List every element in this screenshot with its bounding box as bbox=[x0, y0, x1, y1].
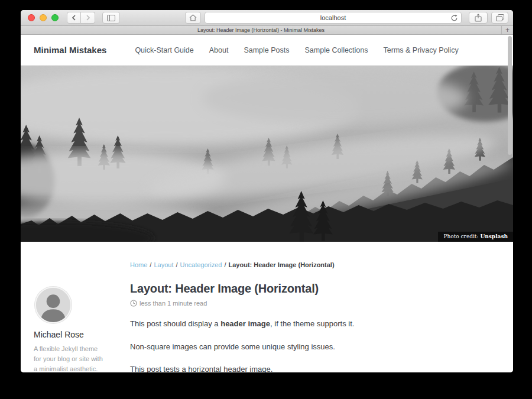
page-viewport: Minimal Mistakes Quick-Start Guide About… bbox=[21, 35, 513, 372]
history-nav bbox=[67, 12, 95, 24]
read-time-label: less than 1 minute read bbox=[140, 300, 207, 307]
photo-credit: Photo credit: Unsplash bbox=[438, 232, 513, 242]
foggy-forest-illustration bbox=[21, 66, 513, 242]
reload-button[interactable] bbox=[450, 14, 458, 23]
author-sidebar: Michael Rose A flexible Jekyll theme for… bbox=[34, 282, 121, 372]
sidebar-icon bbox=[107, 15, 115, 21]
author-name: Michael Rose bbox=[34, 330, 121, 339]
breadcrumb-uncategorized[interactable]: Uncategorized bbox=[180, 261, 222, 268]
zoom-button[interactable] bbox=[51, 14, 59, 21]
home-button[interactable] bbox=[185, 12, 201, 24]
nav-link-terms[interactable]: Terms & Privacy Policy bbox=[384, 46, 459, 54]
breadcrumb-separator: / bbox=[224, 261, 226, 268]
sidebar-toggle-button[interactable] bbox=[102, 12, 120, 24]
article: Layout: Header Image (Horizontal) less t… bbox=[130, 282, 497, 372]
breadcrumb-separator: / bbox=[176, 261, 177, 268]
reload-icon bbox=[450, 14, 458, 22]
page-scrollbar[interactable] bbox=[508, 36, 512, 155]
breadcrumb-separator: / bbox=[150, 261, 151, 268]
paragraph-3: This post tests a horizontal header imag… bbox=[130, 364, 497, 372]
photo-credit-label: Photo credit: bbox=[443, 233, 480, 239]
breadcrumb-home[interactable]: Home bbox=[130, 261, 147, 268]
author-bio: A flexible Jekyll theme for your blog or… bbox=[34, 344, 106, 372]
page-title: Layout: Header Image (Horizontal) bbox=[130, 282, 497, 296]
home-icon bbox=[189, 14, 197, 21]
tab-bar: Layout: Header Image (Horizontal) - Mini… bbox=[21, 26, 513, 35]
traffic-lights bbox=[28, 14, 59, 21]
nav-link-about[interactable]: About bbox=[209, 46, 229, 54]
breadcrumb-layout[interactable]: Layout bbox=[154, 261, 173, 268]
nav-link-quick-start[interactable]: Quick-Start Guide bbox=[135, 46, 193, 54]
photo-credit-source[interactable]: Unsplash bbox=[480, 233, 508, 239]
address-bar[interactable]: localhost bbox=[205, 12, 462, 24]
close-button[interactable] bbox=[28, 14, 35, 21]
paragraph-1-text-end: , if the theme supports it. bbox=[270, 319, 354, 328]
nav-link-sample-collections[interactable]: Sample Collections bbox=[305, 46, 368, 54]
address-bar-url: localhost bbox=[320, 14, 346, 21]
header-image: Photo credit: Unsplash bbox=[21, 66, 513, 242]
site-nav: Quick-Start Guide About Sample Posts Sam… bbox=[135, 46, 458, 54]
tabs-overview-icon bbox=[496, 14, 504, 21]
share-icon bbox=[475, 14, 482, 22]
share-button[interactable] bbox=[469, 12, 488, 24]
paragraph-1-bold: header image bbox=[220, 319, 270, 328]
browser-toolbar: localhost bbox=[21, 10, 513, 26]
browser-window: localhost Layout: Header Image (Ho bbox=[21, 10, 513, 372]
forward-button[interactable] bbox=[81, 12, 95, 24]
nav-link-sample-posts[interactable]: Sample Posts bbox=[244, 46, 289, 54]
read-time: less than 1 minute read bbox=[130, 300, 497, 307]
paragraph-1-text: This post should display a bbox=[130, 319, 220, 328]
active-tab[interactable]: Layout: Header Image (Horizontal) - Mini… bbox=[21, 27, 501, 33]
paragraph-1: This post should display a header image,… bbox=[130, 318, 497, 330]
back-button[interactable] bbox=[67, 12, 81, 24]
chevron-right-icon bbox=[86, 15, 90, 21]
show-tabs-button[interactable] bbox=[491, 12, 508, 24]
avatar bbox=[35, 287, 72, 323]
new-tab-button[interactable]: + bbox=[501, 26, 513, 34]
site-title[interactable]: Minimal Mistakes bbox=[34, 45, 106, 55]
masthead: Minimal Mistakes Quick-Start Guide About… bbox=[21, 35, 513, 66]
chevron-left-icon bbox=[72, 15, 76, 21]
breadcrumb-current: Layout: Header Image (Horizontal) bbox=[229, 261, 335, 268]
person-silhouette-icon bbox=[36, 288, 70, 322]
paragraph-2: Non-square images can provide some uniqu… bbox=[130, 341, 497, 353]
page-content: Home/Layout/Uncategorized/Layout: Header… bbox=[21, 242, 513, 372]
clock-icon bbox=[130, 300, 137, 307]
minimize-button[interactable] bbox=[40, 14, 47, 21]
breadcrumb: Home/Layout/Uncategorized/Layout: Header… bbox=[130, 261, 513, 268]
